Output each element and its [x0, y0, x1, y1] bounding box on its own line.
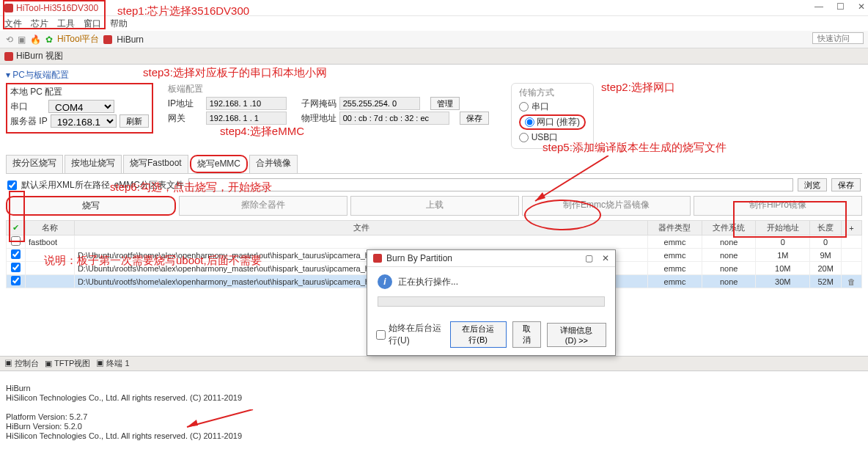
dialog-minimize-icon[interactable]: ▢	[585, 253, 593, 263]
refresh-button[interactable]: 刷新	[119, 114, 149, 128]
row-device: emmc	[648, 275, 702, 288]
minimize-button[interactable]: —	[814, 1, 823, 12]
gateway-input[interactable]	[206, 112, 287, 125]
tool-icon-4[interactable]: ✿	[45, 34, 53, 45]
row-file[interactable]	[74, 236, 647, 249]
console-tab[interactable]: ▣ 控制台	[4, 358, 39, 369]
col-start: 开始地址	[756, 221, 810, 236]
console-tabs: ▣ 控制台 ▣ TFTP视图 ▣ 终端 1	[0, 356, 868, 371]
tab-merge[interactable]: 合并镜像	[249, 155, 298, 173]
row-start[interactable]: 1M	[756, 249, 810, 262]
save-xml-button[interactable]: 保存	[831, 178, 861, 191]
tool-icon-1[interactable]: ⟲	[6, 34, 13, 45]
server-ip-select[interactable]: 192.168.1.3	[51, 114, 117, 128]
tftp-tab[interactable]: ▣ TFTP视图	[45, 358, 90, 369]
window-title: HiTool-Hi3516DV300	[16, 3, 98, 13]
tab-partition[interactable]: 按分区烧写	[6, 155, 63, 173]
cancel-button[interactable]: 取消	[512, 321, 541, 348]
xml-default-path-checkbox[interactable]	[7, 180, 17, 190]
dialog-close-icon[interactable]: ✕	[602, 253, 609, 263]
transfer-net-radio[interactable]	[525, 117, 534, 127]
ipaddr-input[interactable]	[206, 97, 287, 110]
maximize-button[interactable]: ☐	[836, 1, 845, 12]
hiburn-view-tab[interactable]: HiBurn 视图	[16, 50, 63, 62]
board-config-box: 板端配置 IP地址 子网掩码 管理 网关 物理地址 保存	[168, 83, 489, 126]
row-name: fastboot	[26, 236, 75, 249]
browse-button[interactable]: 浏览	[798, 178, 827, 191]
col-check[interactable]: ✔	[7, 221, 26, 236]
mask-input[interactable]	[339, 97, 420, 110]
manage-button[interactable]: 管理	[430, 97, 460, 110]
xml-path-label: eMMC分区表文件	[114, 179, 184, 191]
pc-config-box: 本地 PC 配置 串口 COM4 服务器 IP 192.168.1.3 刷新	[6, 83, 153, 134]
save-board-button[interactable]: 保存	[460, 112, 489, 125]
console-output: HiBurn HiSilicon Technologies Co., Ltd. …	[0, 371, 868, 449]
col-length: 长度	[810, 221, 842, 236]
window-controls: — ☐ ✕	[814, 1, 865, 12]
burn-button[interactable]: 烧写	[6, 196, 176, 216]
row-delete[interactable]	[842, 262, 862, 275]
menu-chip[interactable]: 芯片	[31, 18, 48, 30]
row-start[interactable]: 10M	[756, 262, 810, 275]
run-background-button[interactable]: 在后台运行(B)	[450, 321, 507, 348]
row-length[interactable]: 0	[810, 236, 842, 249]
config-group-title: ▾ PC与板端配置	[6, 69, 862, 81]
row-start[interactable]: 0	[756, 236, 810, 249]
transfer-serial-radio[interactable]	[519, 102, 529, 112]
tab-emmc[interactable]: 烧写eMMC	[190, 155, 248, 173]
row-name	[26, 249, 75, 262]
ipaddr-label: IP地址	[168, 98, 203, 110]
row-device: emmc	[648, 236, 702, 249]
menu-help[interactable]: 帮助	[110, 18, 128, 30]
row-checkbox[interactable]	[11, 249, 21, 259]
transfer-net-label: 网口 (推荐)	[537, 116, 580, 128]
row-checkbox[interactable]	[11, 236, 21, 246]
dialog-icon	[373, 254, 382, 263]
transfer-usb-label: USB口	[532, 131, 559, 144]
row-checkbox[interactable]	[11, 263, 21, 272]
burn-tabs: 按分区烧写 按地址烧写 烧写Fastboot 烧写eMMC 合并镜像	[6, 155, 862, 174]
mac-input[interactable]	[339, 112, 449, 125]
transfer-usb-radio[interactable]	[519, 133, 529, 142]
row-delete[interactable]: 🗑	[842, 275, 862, 288]
col-add[interactable]: +	[842, 221, 862, 236]
close-button[interactable]: ✕	[858, 1, 865, 12]
row-length[interactable]: 20M	[810, 262, 842, 275]
erase-button[interactable]: 擦除全器件	[179, 196, 347, 216]
dialog-titlebar: Burn By Partition ▢ ✕	[367, 250, 615, 267]
row-length[interactable]: 52M	[810, 275, 842, 288]
menu-file[interactable]: 文件	[4, 18, 22, 30]
mac-label: 物理地址	[301, 112, 336, 125]
upload-button[interactable]: 上载	[350, 196, 519, 216]
tab-fastboot[interactable]: 烧写Fastboot	[123, 155, 188, 173]
row-fs: none	[702, 262, 756, 275]
row-device: emmc	[648, 262, 702, 275]
make-emmc-button[interactable]: 制作Emmc烧片器镜像	[522, 196, 691, 216]
row-start[interactable]: 30M	[756, 275, 810, 288]
row-checkbox[interactable]	[11, 276, 21, 285]
make-hipro-button[interactable]: 制作HiPro镜像	[694, 196, 862, 216]
quick-access-input[interactable]	[812, 32, 864, 44]
tab-address[interactable]: 按地址烧写	[65, 155, 122, 173]
transfer-serial-label: 串口	[532, 101, 549, 113]
row-delete[interactable]	[842, 249, 862, 262]
table-row[interactable]: fastbootemmcnone00	[7, 236, 862, 249]
tool-icon-3[interactable]: 🔥	[30, 34, 41, 45]
hiburn-label[interactable]: HiBurn	[117, 34, 144, 45]
row-fs: none	[702, 236, 756, 249]
menu-window[interactable]: 窗口	[84, 18, 101, 30]
terminal-tab[interactable]: ▣ 终端 1	[96, 358, 129, 369]
tool-icon-2[interactable]: ▣	[18, 34, 26, 45]
xml-row: 默认采用XML所在路径 eMMC分区表文件 浏览 保存	[7, 178, 861, 191]
transfer-title: 传输方式	[519, 87, 586, 99]
mask-label: 子网掩码	[301, 98, 336, 110]
details-button[interactable]: 详细信息(D) >>	[547, 323, 606, 347]
always-background-checkbox[interactable]	[376, 330, 386, 340]
hitool-platform-label[interactable]: HiTool平台	[57, 33, 99, 45]
menu-tools[interactable]: 工具	[57, 18, 75, 30]
row-delete[interactable]	[842, 236, 862, 249]
hiburn-view-icon	[4, 52, 13, 61]
xml-path-input[interactable]	[188, 178, 793, 191]
row-length[interactable]: 9M	[810, 249, 842, 262]
serial-select[interactable]: COM4	[48, 100, 114, 113]
